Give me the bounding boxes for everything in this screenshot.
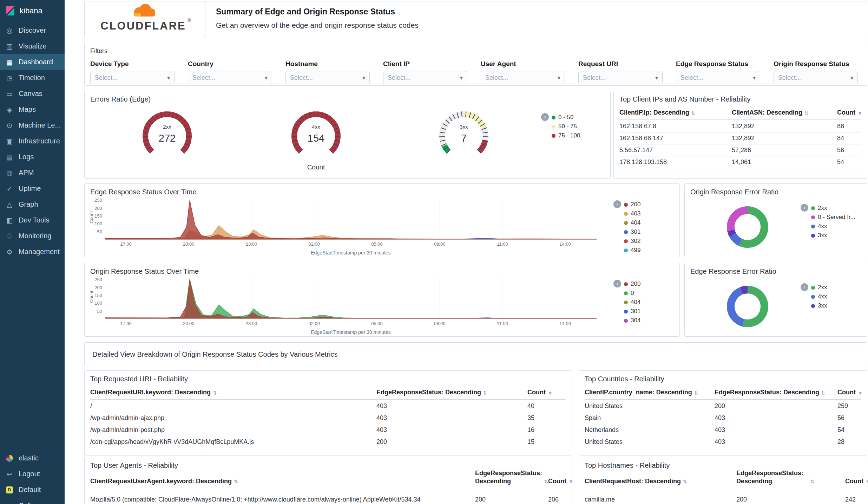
kibana-brand[interactable]: kibana bbox=[0, 0, 65, 20]
legend-item[interactable]: 0 - Served fr... bbox=[811, 213, 855, 222]
sidebar-footer-item-default[interactable]: DDefault bbox=[0, 482, 65, 498]
column-header[interactable]: ClientRequestUserAgent.keyword: Descendi… bbox=[90, 477, 475, 485]
column-header[interactable]: ClientRequestURI.keyword: Descending⇅ bbox=[90, 388, 376, 396]
legend-item[interactable]: 404 bbox=[624, 298, 640, 307]
filter-select-device-type[interactable]: Select...▾ bbox=[90, 71, 175, 84]
filter-select-edge-response-status[interactable]: Select...▾ bbox=[676, 71, 760, 84]
legend-item[interactable]: 0 bbox=[624, 289, 640, 298]
legend-color-dot bbox=[624, 203, 628, 207]
sort-icon[interactable]: ⇅ bbox=[234, 479, 238, 485]
donut-legend: ›2xx4xx3xx bbox=[811, 283, 827, 310]
sidebar-item-logs[interactable]: ▤Logs bbox=[0, 149, 65, 165]
sidebar-item-maps[interactable]: ◈Maps bbox=[0, 102, 65, 117]
sort-icon[interactable]: ⇅ bbox=[691, 110, 696, 117]
legend-item[interactable]: 4xx bbox=[811, 222, 855, 231]
sort-icon[interactable]: ▼ bbox=[548, 390, 553, 396]
column-header[interactable]: EdgeResponseStatus: Descending⇅ bbox=[736, 469, 845, 485]
sort-icon[interactable]: ▼ bbox=[568, 479, 573, 485]
legend-item[interactable]: 499 bbox=[624, 246, 640, 255]
legend-toggle-icon[interactable]: › bbox=[541, 113, 549, 121]
legend-toggle-icon[interactable]: › bbox=[801, 283, 808, 291]
table-cell: 200 bbox=[376, 438, 527, 446]
legend-label: 4xx bbox=[818, 293, 827, 300]
sidebar-item-uptime[interactable]: ✓Uptime bbox=[0, 181, 65, 196]
sidebar-item-canvas[interactable]: ▭Canvas bbox=[0, 86, 65, 102]
sidebar-item-dashboard[interactable]: ▦Dashboard bbox=[0, 54, 65, 70]
legend-item[interactable]: 2xx bbox=[811, 283, 827, 292]
sidebar-item-monitoring[interactable]: ♡Monitoring bbox=[0, 228, 65, 244]
legend-item[interactable]: 404 bbox=[624, 218, 640, 227]
legend-item[interactable]: 403 bbox=[624, 209, 640, 218]
sidebar-footer-item-collapse[interactable]: «Collapse bbox=[0, 498, 65, 504]
legend-item[interactable]: 301 bbox=[624, 307, 640, 316]
filter-select-origin-response-status[interactable]: Select...▾ bbox=[774, 71, 858, 84]
sidebar-item-management[interactable]: ⚙Management bbox=[0, 244, 65, 260]
sidebar-item-timelion[interactable]: ◷Timelion bbox=[0, 70, 65, 86]
filter-select-client-ip[interactable]: Select...▾ bbox=[383, 71, 467, 84]
legend-toggle-icon[interactable]: › bbox=[613, 200, 621, 208]
sidebar-item-apm[interactable]: ◍APM bbox=[0, 165, 65, 181]
legend-item[interactable]: 3xx bbox=[811, 231, 855, 240]
column-header[interactable]: Count▼ bbox=[837, 388, 866, 396]
filter-select-user-agent[interactable]: Select...▾ bbox=[481, 71, 565, 84]
legend-item[interactable]: 2xx bbox=[811, 203, 855, 213]
sidebar-footer-item-elastic[interactable]: elastic bbox=[0, 450, 65, 466]
sidebar-item-machine-le[interactable]: ⊙Machine Le... bbox=[0, 117, 65, 133]
column-header[interactable]: ClientIP.ip: Descending⇅ bbox=[619, 109, 732, 117]
sort-icon[interactable]: ⇅ bbox=[694, 390, 698, 396]
sort-icon[interactable]: ⇅ bbox=[213, 390, 217, 396]
sidebar-item-label: Visualize bbox=[19, 42, 47, 50]
sort-icon[interactable]: ⇅ bbox=[804, 110, 809, 117]
sort-icon[interactable]: ⇅ bbox=[483, 390, 487, 396]
sidebar-item-dev-tools[interactable]: ◧Dev Tools bbox=[0, 212, 65, 228]
column-header-label: ClientIP.ip: Descending bbox=[619, 109, 689, 117]
legend-label: 0 bbox=[631, 290, 634, 297]
sort-icon[interactable]: ▼ bbox=[857, 110, 862, 117]
column-header[interactable]: EdgeResponseStatus: Descending⇅ bbox=[475, 469, 548, 485]
legend-item[interactable]: 75 - 100 bbox=[552, 131, 580, 140]
sidebar-item-discover[interactable]: ◎Discover bbox=[0, 22, 65, 38]
filter-select-country[interactable]: Select...▾ bbox=[188, 71, 272, 84]
table-cell: 88 bbox=[837, 123, 861, 130]
legend-label: 2xx bbox=[818, 205, 827, 212]
filter-select-hostname[interactable]: Select...▾ bbox=[285, 71, 370, 84]
filter-select-request-uri[interactable]: Select...▾ bbox=[578, 71, 663, 84]
legend-item[interactable]: 304 bbox=[624, 316, 640, 325]
sort-icon[interactable]: ⇅ bbox=[821, 390, 826, 396]
sidebar-item-label: Canvas bbox=[19, 90, 42, 98]
legend-item[interactable]: 4xx bbox=[811, 292, 827, 301]
legend-toggle-icon[interactable]: › bbox=[613, 280, 621, 287]
legend-item[interactable]: 200 bbox=[624, 200, 640, 209]
column-header[interactable]: EdgeResponseStatus: Descending⇅ bbox=[715, 388, 837, 396]
sort-icon[interactable]: ▼ bbox=[866, 479, 868, 485]
table-body: 162.158.67.8132,89288162.158.68.147132,8… bbox=[619, 121, 861, 168]
column-header[interactable]: Count▼ bbox=[837, 109, 865, 117]
sidebar-item-infrastructure[interactable]: ▣Infrastructure bbox=[0, 133, 65, 149]
legend-color-dot bbox=[811, 225, 815, 228]
column-header[interactable]: Count▼ bbox=[548, 477, 576, 485]
legend-toggle-icon[interactable]: › bbox=[801, 204, 808, 212]
column-header[interactable]: ClientIP.country_name: Descending⇅ bbox=[585, 388, 715, 396]
top-hostnames-panel: Top Hostnames - Reliability ClientReques… bbox=[579, 457, 867, 504]
sidebar-item-graph[interactable]: △Graph bbox=[0, 196, 65, 212]
sort-icon[interactable]: ⇅ bbox=[810, 479, 815, 485]
legend-item[interactable]: 301 bbox=[624, 227, 640, 237]
column-header[interactable]: ClientRequestHost: Descending⇅ bbox=[585, 477, 736, 485]
legend-item[interactable]: 200 bbox=[624, 279, 640, 289]
sidebar-item-label: Maps bbox=[19, 105, 36, 114]
legend-item[interactable]: 302 bbox=[624, 237, 640, 246]
legend-item[interactable]: 0 - 50 bbox=[552, 113, 580, 122]
legend-item[interactable]: 3xx bbox=[811, 301, 827, 310]
column-header[interactable]: Count▼ bbox=[527, 388, 566, 396]
sort-icon[interactable]: ⇅ bbox=[683, 479, 687, 485]
sidebar-item-visualize[interactable]: ▥Visualize bbox=[0, 38, 65, 54]
table-cell: 54 bbox=[837, 426, 861, 434]
sidebar-footer-item-logout[interactable]: ↩Logout bbox=[0, 466, 65, 482]
column-header[interactable]: Count▼ bbox=[845, 477, 868, 485]
sort-icon[interactable]: ▼ bbox=[858, 390, 863, 396]
svg-text:272: 272 bbox=[159, 133, 176, 144]
column-header[interactable]: EdgeResponseStatus: Descending⇅ bbox=[376, 388, 527, 396]
table-cell: 403 bbox=[715, 438, 837, 446]
column-header[interactable]: ClientASN: Descending⇅ bbox=[732, 109, 837, 117]
legend-item[interactable]: 50 - 75 bbox=[552, 122, 580, 131]
